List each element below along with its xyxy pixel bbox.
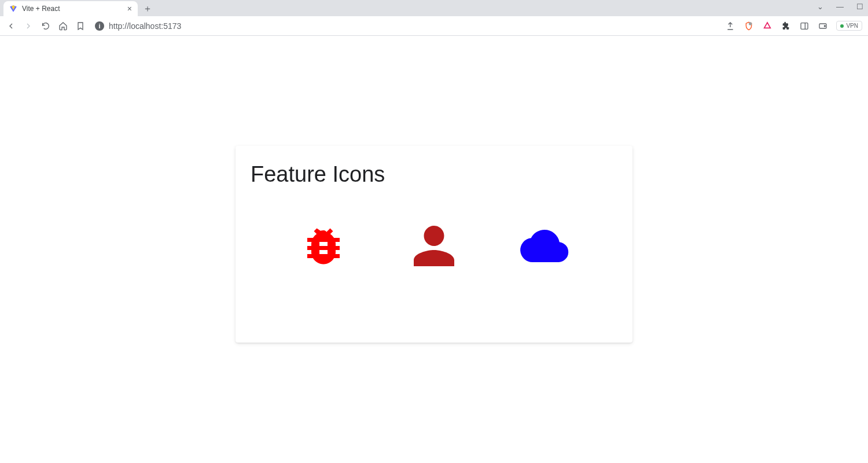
- svg-point-0: [749, 22, 752, 25]
- address-bar[interactable]: i http://localhost:5173: [93, 21, 718, 31]
- close-tab-icon[interactable]: ×: [127, 5, 132, 13]
- bookmark-button[interactable]: [75, 21, 86, 31]
- svg-point-3: [825, 25, 826, 27]
- new-tab-button[interactable]: ＋: [140, 1, 155, 16]
- vpn-status-dot: [840, 24, 844, 28]
- page-viewport: Feature Icons: [0, 36, 868, 463]
- browser-tab-active[interactable]: Vite + React ×: [3, 1, 138, 16]
- icon-row: [251, 222, 617, 270]
- url-text: http://localhost:5173: [109, 21, 181, 31]
- sidepanel-icon[interactable]: [799, 21, 810, 31]
- maximize-icon[interactable]: ☐: [856, 2, 863, 11]
- brave-rewards-icon[interactable]: [762, 21, 773, 31]
- share-icon[interactable]: [725, 21, 735, 31]
- brave-shield-icon[interactable]: [744, 21, 754, 31]
- reload-button[interactable]: [41, 21, 51, 31]
- bug-report-icon: [299, 222, 348, 270]
- person-icon: [410, 222, 458, 270]
- window-controls: ⌄ ― ☐: [817, 2, 863, 11]
- svg-rect-1: [801, 23, 808, 29]
- forward-button[interactable]: [23, 21, 34, 31]
- home-button[interactable]: [58, 21, 68, 31]
- browser-toolbar: i http://localhost:5173 VPN: [0, 16, 868, 36]
- card-title: Feature Icons: [251, 162, 617, 187]
- browser-tab-strip: Vite + React × ＋ ⌄ ― ☐: [0, 0, 868, 16]
- extensions-icon[interactable]: [781, 21, 791, 31]
- wallet-icon[interactable]: [818, 21, 828, 31]
- vpn-label: VPN: [846, 23, 858, 29]
- feature-icons-card: Feature Icons: [236, 146, 632, 343]
- chevron-down-icon[interactable]: ⌄: [817, 2, 823, 11]
- vpn-badge[interactable]: VPN: [836, 21, 862, 31]
- back-button[interactable]: [6, 21, 16, 31]
- vite-favicon: [9, 5, 17, 13]
- minimize-icon[interactable]: ―: [836, 2, 844, 11]
- site-info-icon[interactable]: i: [95, 21, 104, 31]
- cloud-icon: [520, 222, 569, 270]
- tab-title: Vite + React: [22, 5, 60, 13]
